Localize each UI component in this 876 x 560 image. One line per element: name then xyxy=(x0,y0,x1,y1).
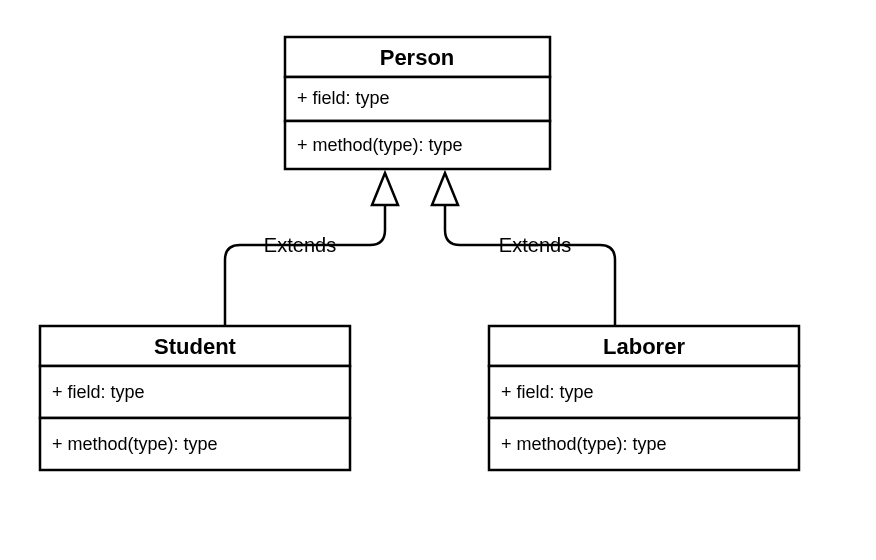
class-laborer: Laborer + field: type + method(type): ty… xyxy=(489,326,799,470)
class-person-field: + field: type xyxy=(297,88,390,108)
arrowhead-open-icon xyxy=(372,173,398,205)
uml-class-diagram: Person + field: type + method(type): typ… xyxy=(0,0,876,560)
class-laborer-name: Laborer xyxy=(603,334,685,359)
class-student-field: + field: type xyxy=(52,382,145,402)
arrowhead-open-icon xyxy=(432,173,458,205)
class-laborer-field: + field: type xyxy=(501,382,594,402)
relationship-laborer-person-label: Extends xyxy=(499,234,571,256)
relationship-student-person-label: Extends xyxy=(264,234,336,256)
relationship-student-person: Extends xyxy=(225,173,398,326)
relationship-laborer-person: Extends xyxy=(432,173,615,326)
class-laborer-method: + method(type): type xyxy=(501,434,667,454)
class-person-method: + method(type): type xyxy=(297,135,463,155)
class-student-method: + method(type): type xyxy=(52,434,218,454)
class-student-name: Student xyxy=(154,334,237,359)
class-person-name: Person xyxy=(380,45,455,70)
class-person: Person + field: type + method(type): typ… xyxy=(285,37,550,169)
class-student: Student + field: type + method(type): ty… xyxy=(40,326,350,470)
